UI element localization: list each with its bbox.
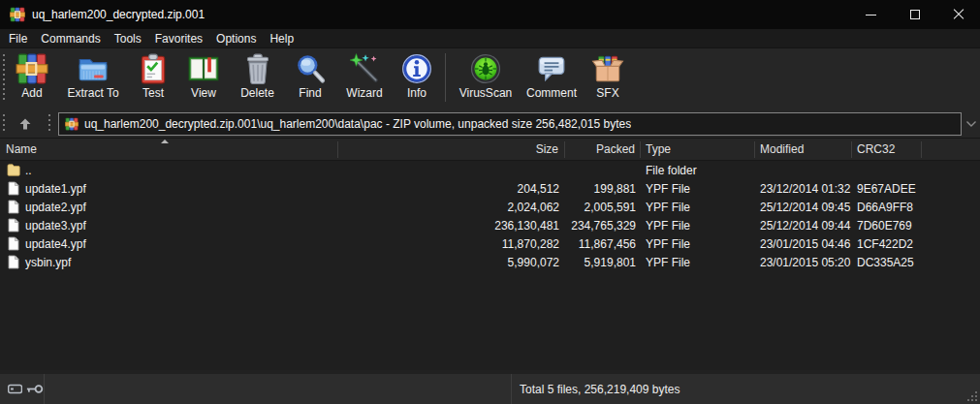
- file-modified: 23/01/2015 05:20: [755, 256, 852, 269]
- window-controls: [849, 0, 980, 29]
- maximize-button[interactable]: [893, 0, 936, 29]
- toolbar-button-label: Test: [142, 86, 164, 100]
- resize-grip[interactable]: [975, 399, 977, 401]
- status-spacer: [45, 374, 512, 404]
- menu-item[interactable]: File: [2, 30, 34, 47]
- file-size: 11,870,282: [338, 237, 565, 251]
- up-one-level-button[interactable]: [9, 112, 42, 136]
- wizard-wand-icon: [348, 52, 381, 85]
- sfx-box-icon: [591, 52, 624, 85]
- address-field-gripper[interactable]: [48, 114, 50, 134]
- file-icon: [7, 200, 20, 214]
- file-crc32: 7D60E769: [852, 219, 922, 233]
- toolbar-button-label: SFX: [596, 86, 618, 100]
- file-icon: [7, 218, 20, 233]
- file-type: File folder: [641, 164, 755, 177]
- menu-item[interactable]: Help: [263, 30, 300, 47]
- address-dropdown-button[interactable]: [962, 112, 980, 136]
- file-type: YPF File: [641, 237, 755, 251]
- minimize-button[interactable]: [849, 0, 893, 29]
- file-crc32: 1CF422D2: [852, 237, 922, 251]
- extract-to-button[interactable]: Extract To: [57, 48, 129, 107]
- delete-button[interactable]: Delete: [230, 48, 285, 107]
- file-size: 204,512: [338, 182, 565, 196]
- toolbar-button-label: Info: [407, 86, 427, 100]
- status-bar: Total 5 files, 256,219,409 bytes: [0, 370, 980, 404]
- extract-folder-icon: [77, 52, 110, 85]
- info-button[interactable]: Info: [394, 48, 440, 107]
- toolbar-button-label: VirusScan: [459, 86, 512, 100]
- toolbar-button-label: Extract To: [67, 86, 118, 100]
- archive-icon: [65, 117, 79, 131]
- menu-item[interactable]: Options: [209, 30, 263, 47]
- toolbar-gripper[interactable]: [3, 54, 5, 103]
- menu-bar: FileCommandsToolsFavoritesOptionsHelp: [0, 29, 980, 48]
- file-icon: [7, 255, 20, 269]
- file-size: 236,130,481: [338, 219, 565, 233]
- address-combobox[interactable]: uq_harlem200_decrypted.zip.001\uq_harlem…: [58, 112, 962, 136]
- file-row[interactable]: update3.ypf 236,130,481 234,765,329 YPF …: [0, 216, 980, 234]
- comment-button[interactable]: Comment: [521, 48, 583, 107]
- toolbar-button-label: Add: [21, 86, 42, 100]
- title-bar: uq_harlem200_decrypted.zip.001: [0, 0, 980, 29]
- menu-item[interactable]: Commands: [34, 30, 107, 47]
- menu-item[interactable]: Favorites: [148, 30, 209, 47]
- toolbar-button-label: Wizard: [346, 86, 382, 100]
- file-type: YPF File: [641, 256, 755, 269]
- delete-trash-icon: [241, 52, 274, 85]
- winrar-app-icon: [10, 7, 25, 22]
- menu-item[interactable]: Tools: [108, 30, 148, 47]
- file-name: ysbin.ypf: [25, 256, 71, 269]
- archive-path: uq_harlem200_decrypted.zip.001\uq_harlem…: [84, 117, 631, 131]
- column-header-crc32[interactable]: CRC32: [852, 141, 922, 158]
- column-header-packed[interactable]: Packed: [565, 141, 641, 158]
- column-header-name[interactable]: Name: [0, 141, 338, 158]
- file-packed: 199,881: [565, 182, 641, 196]
- file-row[interactable]: ysbin.ypf 5,990,072 5,919,801 YPF File 2…: [0, 253, 980, 271]
- file-type: YPF File: [641, 201, 755, 214]
- file-name: update4.ypf: [25, 237, 86, 251]
- file-row[interactable]: update1.ypf 204,512 199,881 YPF File 23/…: [0, 179, 980, 198]
- find-button[interactable]: Find: [285, 48, 335, 107]
- address-bar-row: uq_harlem200_decrypted.zip.001\uq_harlem…: [0, 109, 980, 139]
- maximize-icon: [910, 10, 920, 19]
- file-icon: [7, 236, 20, 251]
- toolbar-button-label: View: [191, 86, 216, 100]
- file-packed: 234,765,329: [565, 219, 641, 233]
- disk-icon: [8, 384, 22, 394]
- find-magnifier-icon: [294, 52, 327, 85]
- sfx-button[interactable]: SFX: [583, 48, 633, 107]
- file-name: update1.ypf: [25, 182, 86, 196]
- virusscan-button[interactable]: VirusScan: [451, 48, 521, 107]
- file-type: YPF File: [641, 219, 755, 233]
- view-button[interactable]: View: [177, 48, 230, 107]
- add-button[interactable]: Add: [7, 48, 57, 107]
- file-name: ..: [25, 164, 32, 177]
- close-button[interactable]: [936, 0, 980, 29]
- toolbar-button-label: Find: [299, 86, 321, 100]
- wizard-button[interactable]: Wizard: [335, 48, 394, 107]
- address-gripper[interactable]: [3, 114, 5, 134]
- file-row[interactable]: .. File folder: [0, 161, 980, 179]
- file-name: update2.ypf: [25, 201, 86, 214]
- chevron-down-icon: [965, 120, 977, 128]
- toolbar: Add Extract To Te: [0, 48, 980, 109]
- toolbar-button-label: Comment: [526, 86, 577, 100]
- folder-icon: [7, 163, 20, 177]
- column-header-type[interactable]: Type: [641, 141, 755, 158]
- column-header-row: Name Size Packed Type Modified CRC32: [0, 139, 980, 161]
- file-row[interactable]: update2.ypf 2,024,062 2,005,591 YPF File…: [0, 198, 980, 216]
- test-clipboard-icon: [137, 52, 170, 85]
- column-header-modified[interactable]: Modified: [755, 141, 852, 158]
- file-size: 2,024,062: [338, 201, 565, 214]
- column-header-size[interactable]: Size: [338, 141, 565, 158]
- file-modified: 25/12/2014 09:45: [755, 201, 852, 214]
- file-icon: [7, 181, 20, 196]
- file-modified: 23/01/2015 04:46: [755, 237, 852, 251]
- toolbar-button-label: Delete: [240, 86, 274, 100]
- file-list: .. File folder update1.ypf 204,512: [0, 161, 980, 370]
- file-row[interactable]: update4.ypf 11,870,282 11,867,456 YPF Fi…: [0, 234, 980, 253]
- status-indicators: [0, 374, 45, 404]
- file-type: YPF File: [641, 182, 755, 196]
- test-button[interactable]: Test: [129, 48, 177, 107]
